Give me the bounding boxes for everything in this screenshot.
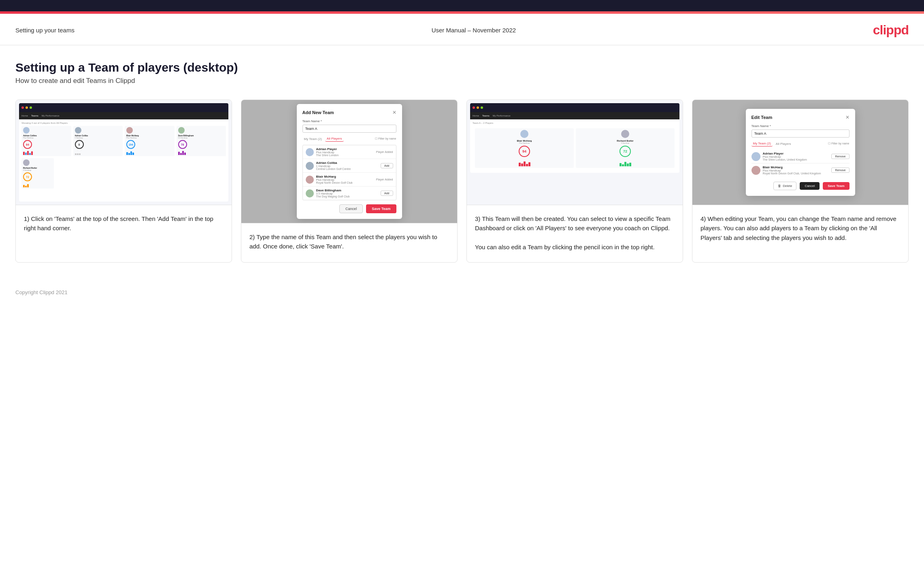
header-section-title: Setting up your teams <box>15 27 75 34</box>
modal-edit-title: Edit Team <box>752 115 773 120</box>
logo: clippd <box>873 23 909 38</box>
player-1-status: Player Added <box>376 151 393 153</box>
edit-player-item-2: Blair McHarg Plus HandicapRoyal North De… <box>752 163 849 177</box>
player-2-add-button[interactable]: Add <box>381 163 393 168</box>
remove-player-2-button[interactable]: Remove <box>831 168 849 173</box>
player-2-name: Adrian Coliba <box>316 161 379 165</box>
player-1-avatar <box>306 148 314 156</box>
screenshot-2: Add New Team ✕ Team Name * My Team (2) A… <box>241 100 457 223</box>
page-title: Setting up a Team of players (desktop) <box>15 61 909 74</box>
edit-player-1-avatar <box>752 152 760 161</box>
page-subtitle: How to create and edit Teams in Clippd <box>15 77 909 85</box>
modal-add-close-icon[interactable]: ✕ <box>392 110 396 115</box>
player-4-club: 3.5 HandicapThe Dog Maging Golf Club <box>316 192 379 198</box>
edit-player-item-1: Adrian Player Plus HandicapThe Shire Lon… <box>752 150 849 163</box>
save-team-edit-button[interactable]: Save Team <box>823 182 849 190</box>
edit-player-2-club: Plus HandicapRoyal North Devon Golf Club… <box>763 169 829 175</box>
card-3: Home Teams My Performance Team A – 2 Pla… <box>466 100 683 263</box>
player-3-club: Plus HandicapRoyal North Devon Golf Club <box>316 178 374 184</box>
card-4-description: 4) When editing your Team, you can chang… <box>692 205 908 262</box>
cancel-button[interactable]: Cancel <box>339 204 363 213</box>
card-1: Home Teams My Performance Showing 4 out … <box>15 100 232 263</box>
modal-add-title: Add New Team <box>302 110 334 115</box>
player-1-club: Plus HandicapThe Shire London <box>316 151 374 157</box>
team-name-input[interactable] <box>302 125 396 133</box>
tab-edit-my-team[interactable]: My Team (2) <box>752 141 773 146</box>
filter-by-name: ☐ Filter by name <box>375 137 396 140</box>
save-team-button[interactable]: Save Team <box>366 204 396 213</box>
card-2: Add New Team ✕ Team Name * My Team (2) A… <box>241 100 458 263</box>
modal-add-footer: Cancel Save Team <box>302 204 396 213</box>
edit-player-2-info: Blair McHarg Plus HandicapRoyal North De… <box>763 165 829 175</box>
player-4-name: Dave Billingham <box>316 189 379 192</box>
player-item-3: Blair McHarg Plus HandicapRoyal North De… <box>303 173 396 187</box>
card-3-description: 3) This Team will then be created. You c… <box>467 205 683 262</box>
player-1-name: Adrian Player <box>316 147 374 151</box>
player-4-info: Dave Billingham 3.5 HandicapThe Dog Magi… <box>316 189 379 198</box>
edit-team-modal: Edit Team ✕ Team Name * My Team (2) All … <box>746 109 855 196</box>
modal-tabs: My Team (2) All Players ☐ Filter by name <box>302 136 396 142</box>
modal-edit-close-icon[interactable]: ✕ <box>845 115 849 120</box>
edit-player-1-info: Adrian Player Plus HandicapThe Shire Lon… <box>763 152 829 161</box>
player-item-1: Adrian Player Plus HandicapThe Shire Lon… <box>303 145 396 159</box>
player-4-add-button[interactable]: Add <box>381 191 393 196</box>
edit-cancel-button[interactable]: Cancel <box>800 182 820 190</box>
card-4: Edit Team ✕ Team Name * My Team (2) All … <box>692 100 909 263</box>
card-2-description: 2) Type the name of this Team and then s… <box>241 223 457 262</box>
footer: Copyright Clippd 2021 <box>0 283 924 303</box>
edit-team-name-input[interactable] <box>752 129 849 138</box>
remove-player-1-button[interactable]: Remove <box>831 154 849 159</box>
player-3-info: Blair McHarg Plus HandicapRoyal North De… <box>316 175 374 184</box>
edit-team-name-label: Team Name * <box>752 124 849 128</box>
header-manual-title: User Manual – November 2022 <box>432 27 516 34</box>
player-2-avatar <box>306 162 314 170</box>
player-3-name: Blair McHarg <box>316 175 374 178</box>
cards-row: Home Teams My Performance Showing 4 out … <box>15 100 909 263</box>
tab-my-team[interactable]: My Team (2) <box>302 136 324 142</box>
player-item-4: Dave Billingham 3.5 HandicapThe Dog Magi… <box>303 187 396 200</box>
player-3-status: Player Added <box>376 178 393 181</box>
edit-modal-tabs: My Team (2) All Players ☐ Filter by name <box>752 141 849 146</box>
copyright-text: Copyright Clippd 2021 <box>15 289 68 295</box>
delete-label: Delete <box>783 184 792 188</box>
player-3-avatar <box>306 176 314 184</box>
player-1-info: Adrian Player Plus HandicapThe Shire Lon… <box>316 147 374 157</box>
player-item-2: Adrian Coliba 1 HandicapCentral London G… <box>303 159 396 173</box>
edit-player-1-club: Plus HandicapThe Shire London, United Ki… <box>763 155 829 161</box>
edit-filter-by-name: ☐ Filter by name <box>828 142 849 145</box>
player-4-avatar <box>306 189 314 197</box>
top-bar <box>0 0 924 11</box>
edit-modal-footer: 🗑 Delete Cancel Save Team <box>752 182 849 190</box>
player-2-club: 1 HandicapCentral London Golf Centre <box>316 165 379 170</box>
team-name-label: Team Name * <box>302 119 396 123</box>
screenshot-3: Home Teams My Performance Team A – 2 Pla… <box>467 100 683 205</box>
player-2-info: Adrian Coliba 1 HandicapCentral London G… <box>316 161 379 170</box>
screenshot-1: Home Teams My Performance Showing 4 out … <box>16 100 232 205</box>
edit-player-2-avatar <box>752 166 760 175</box>
add-team-modal: Add New Team ✕ Team Name * My Team (2) A… <box>297 104 402 219</box>
delete-team-button[interactable]: 🗑 Delete <box>773 182 796 190</box>
tab-edit-all-players[interactable]: All Players <box>774 141 793 146</box>
edit-player-list: Adrian Player Plus HandicapThe Shire Lon… <box>752 150 849 177</box>
card-1-description: 1) Click on 'Teams' at the top of the sc… <box>16 205 232 262</box>
player-list: Adrian Player Plus HandicapThe Shire Lon… <box>302 145 396 200</box>
edit-player-1-name: Adrian Player <box>763 152 829 155</box>
edit-player-2-name: Blair McHarg <box>763 165 829 169</box>
main-content: Setting up a Team of players (desktop) H… <box>0 45 924 283</box>
header: Setting up your teams User Manual – Nove… <box>0 14 924 45</box>
screenshot-4: Edit Team ✕ Team Name * My Team (2) All … <box>692 100 908 205</box>
trash-icon: 🗑 <box>778 184 781 188</box>
tab-all-players[interactable]: All Players <box>325 136 344 142</box>
